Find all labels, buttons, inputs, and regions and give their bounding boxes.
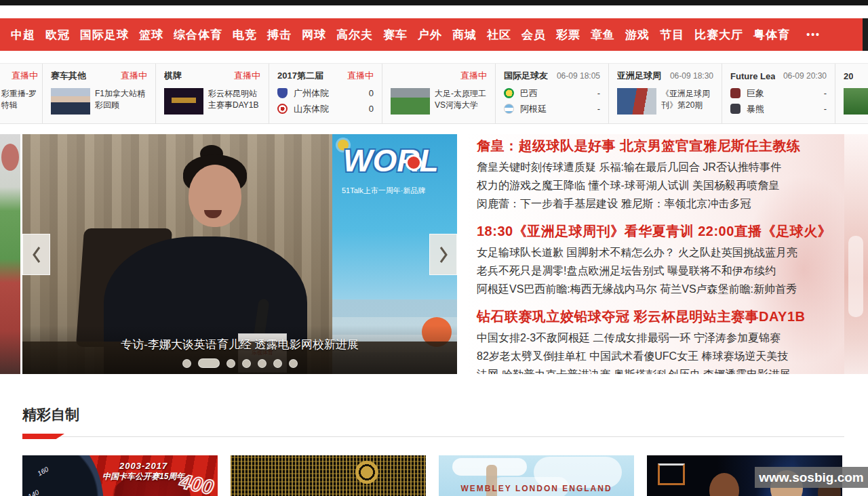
nav-item-19[interactable]: 粤体育 xyxy=(753,27,790,43)
team-row: 阿根廷- xyxy=(504,101,600,117)
poster-subtitle: 51Talk上市一周年·新品牌 xyxy=(342,186,425,196)
truck-anniversary: 中国卡车公开赛15周年 xyxy=(102,471,184,482)
video-thumbnail xyxy=(51,88,90,115)
featured-thumb-wembley[interactable]: WEMBLEY LONDON ENGLAND xyxy=(439,455,634,496)
team-score: - xyxy=(597,104,600,114)
nav-item-18[interactable]: 比赛大厅 xyxy=(694,27,743,43)
news-headline-link[interactable]: 18:30《亚洲足球周刊》看华夏青训 22:00直播《足球火》 xyxy=(477,222,844,241)
nav-item-12[interactable]: 社区 xyxy=(487,27,511,43)
live-card[interactable]: 亚洲足球周06-09 18:30《亚洲足球周刊》第20期 xyxy=(609,64,722,123)
argentina-badge-icon xyxy=(504,104,514,114)
live-card-title: Future Lea xyxy=(730,71,775,81)
featured-section-title: 精彩自制 xyxy=(22,405,79,424)
nav-item-11[interactable]: 商城 xyxy=(452,27,477,43)
live-card[interactable]: 2017第二届直播中广州体院0山东体院0 xyxy=(269,64,382,123)
news-headline-link[interactable]: 钻石联赛巩立姣铅球夺冠 彩云杯昆明站主赛事DAY1B xyxy=(477,308,844,326)
featured-thumb-crowd[interactable] xyxy=(231,455,426,496)
carousel-dot-2[interactable] xyxy=(226,359,235,368)
news-line-links[interactable]: 法网-哈勒普力克卡普进决赛 奥斯塔彭科创历史 李娜透露电影进展 xyxy=(477,365,844,374)
live-card[interactable]: 赛车其他直播中F1加拿大站精彩回顾 xyxy=(43,64,156,123)
video-title: F1加拿大站精彩回顾 xyxy=(95,88,147,115)
live-match-strip: 直播中彩重播-罗特辑赛车其他直播中F1加拿大站精彩回顾棋牌直播中彩云杯昆明站主赛… xyxy=(0,63,868,124)
news-line-links[interactable]: 闵鹿蕾：下一步着手基层建设 雅尼斯：率领北京冲击多冠 xyxy=(477,194,844,213)
live-card[interactable]: 直播中大足-太原理工VS河海大学 xyxy=(382,64,496,123)
nav-item-9[interactable]: 赛车 xyxy=(383,27,408,43)
nav-right-cap xyxy=(863,18,868,51)
nav-item-10[interactable]: 户外 xyxy=(418,27,442,43)
news-line-links[interactable]: 中国女排2-3不敌阿根廷 二传成女排最弱一环 宁泽涛参加夏锦赛 xyxy=(477,329,844,347)
carousel-dot-0[interactable] xyxy=(182,359,191,368)
chevron-left-icon xyxy=(31,246,42,264)
match-teams: 广州体院0山东体院0 xyxy=(277,85,374,117)
team-row: 广州体院0 xyxy=(277,85,374,101)
video-title: 大足-太原理工VS河海大学 xyxy=(435,88,487,115)
nav-item-6[interactable]: 搏击 xyxy=(267,27,292,43)
news-block: 詹皇：超级球队是好事 北京男篮官宣雅尼斯任主教练詹皇关键时刻传球遭质疑 乐福:输… xyxy=(477,137,844,213)
site-watermark: www.sosbig.com xyxy=(755,467,868,488)
live-card-title: 2017第二届 xyxy=(277,70,323,82)
nav-item-1[interactable]: 欧冠 xyxy=(45,27,70,43)
live-card-body: 彩重播-罗特辑 xyxy=(1,88,38,111)
nav-item-17[interactable]: 节目 xyxy=(660,27,684,43)
ring-red-badge-icon xyxy=(277,104,288,114)
shield-blue-badge-icon xyxy=(277,88,288,98)
nav-item-5[interactable]: 电竞 xyxy=(233,27,257,43)
browser-top-bar xyxy=(0,0,868,5)
live-card-body: 《亚洲足球周刊》第20期 xyxy=(617,88,713,115)
bear-badge-icon xyxy=(730,104,741,114)
carousel-prev-button[interactable] xyxy=(22,234,50,275)
video-title: 彩云杯昆明站主赛事DAY1B xyxy=(208,88,260,115)
live-card[interactable]: 直播中彩重播-罗特辑 xyxy=(0,64,43,123)
nav-item-14[interactable]: 彩票 xyxy=(556,27,580,43)
next-content-peek[interactable] xyxy=(844,134,868,374)
live-card[interactable]: 棋牌直播中彩云杯昆明站主赛事DAY1B xyxy=(156,64,269,123)
featured-thumbnails-row: 160 140 2003-2017 中国卡车公开赛15周年 400 WEMBLE… xyxy=(22,455,844,496)
news-line-links[interactable]: 女足输球队长道歉 国脚射术不精怎么办？ 火之队赴英国挑战蓝月亮 xyxy=(477,243,844,262)
team-score: 0 xyxy=(369,104,374,114)
carousel-dot-6[interactable] xyxy=(289,359,298,368)
news-block: 18:30《亚洲足球周刊》看华夏青训 22:00直播《足球火》女足输球队长道歉 … xyxy=(477,222,844,298)
news-line-links[interactable]: 82岁老太劈叉倒挂单杠 中国武术看傻UFC女王 棒球赛场逆天美技 xyxy=(477,347,844,365)
nav-item-8[interactable]: 高尔夫 xyxy=(336,27,373,43)
live-card-title: 棋牌 xyxy=(164,70,182,82)
team-score: - xyxy=(824,104,827,114)
live-card[interactable]: 20 xyxy=(835,64,868,123)
hero-carousel-slide[interactable]: WORL 51Talk上市一周年·新品牌 乐视体育 专访-李娜大谈英语育儿经 透… xyxy=(22,134,457,374)
live-status-badge: 直播中 xyxy=(12,70,38,82)
live-card-header: 赛车其他直播中 xyxy=(51,70,147,82)
carousel-dot-1[interactable] xyxy=(198,358,220,368)
video-thumbnail xyxy=(391,88,430,115)
nav-item-7[interactable]: 网球 xyxy=(302,27,326,43)
carousel-dot-4[interactable] xyxy=(258,359,267,368)
nav-item-2[interactable]: 国际足球 xyxy=(80,27,129,43)
match-teams: 巴西-阿根廷- xyxy=(504,85,600,117)
nav-more-button[interactable]: ••• xyxy=(806,29,821,40)
nav-item-0[interactable]: 中超 xyxy=(11,27,35,43)
news-headline-link[interactable]: 詹皇：超级球队是好事 北京男篮官宣雅尼斯任主教练 xyxy=(477,137,844,155)
live-card[interactable]: Future Lea06-09 20:30巨象-暴熊- xyxy=(722,64,835,123)
news-line-links[interactable]: 詹皇关键时刻传球遭质疑 乐福:输在最后几回合 JR否认推特事件 xyxy=(477,158,844,176)
hero-caption: 专访-李娜大谈英语育儿经 透露电影网校新进展 xyxy=(22,337,457,352)
live-card-header: 直播中 xyxy=(1,70,38,82)
carousel-dot-3[interactable] xyxy=(242,359,251,368)
nav-item-4[interactable]: 综合体育 xyxy=(174,27,222,43)
live-card[interactable]: 国际足球友06-09 18:05巴西-阿根廷- xyxy=(496,64,609,123)
nav-item-3[interactable]: 篮球 xyxy=(139,27,163,43)
nav-item-16[interactable]: 游戏 xyxy=(625,27,650,43)
news-line-links[interactable]: 权力的游戏之魔王降临 懂个球-球哥湖人试训 美国杨毅再喷詹皇 xyxy=(477,176,844,194)
live-card-header: Future Lea06-09 20:30 xyxy=(730,70,827,82)
carousel-next-button[interactable] xyxy=(429,234,457,275)
nav-item-15[interactable]: 章鱼 xyxy=(591,27,615,43)
team-row: 山东体院0 xyxy=(277,101,374,117)
carousel-dot-5[interactable] xyxy=(273,359,282,368)
nav-item-13[interactable]: 会员 xyxy=(521,27,546,43)
live-card-title: 亚洲足球周 xyxy=(617,70,661,82)
live-status-badge: 直播中 xyxy=(460,70,487,82)
video-title: 《亚洲足球周刊》第20期 xyxy=(661,88,713,115)
news-line-links[interactable]: 老兵不死只是凋零!盘点欧洲足坛告别式 曝曼联将不和伊布续约 xyxy=(477,262,844,280)
truck-promo-text: 2003-2017 中国卡车公开赛15周年 xyxy=(102,461,184,482)
gold-emblem xyxy=(355,461,378,484)
featured-thumb-truck-race[interactable]: 160 140 2003-2017 中国卡车公开赛15周年 400 xyxy=(22,455,218,496)
news-line-links[interactable]: 阿根廷VS巴西前瞻:梅西无缘战内马尔 荷兰VS卢森堡前瞻:新帅首秀 xyxy=(477,280,844,298)
carousel-prev-slide-peek[interactable] xyxy=(0,134,20,374)
